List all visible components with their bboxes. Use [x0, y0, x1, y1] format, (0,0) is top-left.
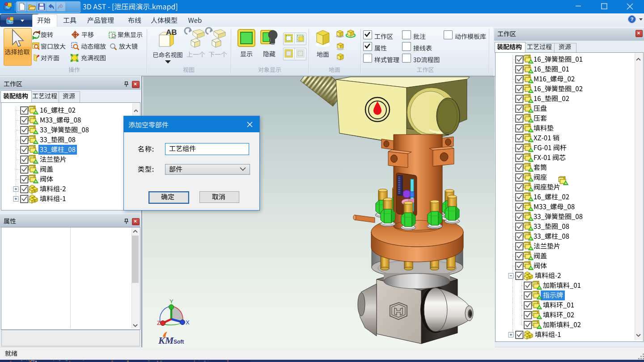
svg-text:Soft: Soft	[174, 339, 184, 345]
svg-text:X: X	[186, 319, 190, 326]
svg-text:Z: Z	[157, 320, 161, 326]
svg-text:Y: Y	[169, 298, 174, 305]
svg-text:KM: KM	[158, 335, 174, 346]
